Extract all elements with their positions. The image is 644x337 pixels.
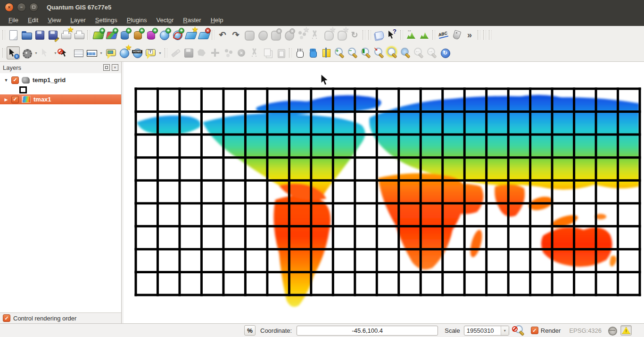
add-spatialite-layer-button[interactable]: +	[131, 28, 144, 42]
control-rendering-order-checkbox[interactable]: ✓	[3, 314, 10, 322]
merge-features-icon: ★	[296, 29, 307, 41]
render-checkbox[interactable]: ✓	[531, 327, 538, 334]
add-postgis-layer-button[interactable]: +	[118, 28, 131, 42]
open-attribute-table-icon	[73, 47, 84, 59]
touch-zoom-pan-button[interactable]	[293, 46, 306, 59]
chevron-down-icon[interactable]: ▾	[501, 326, 509, 335]
panel-float-button[interactable]	[103, 64, 110, 71]
redo-button[interactable]: ↷	[229, 28, 242, 42]
layers-panel: Layers × ▼ ✓ temp1_grid ▶ ✓ tmax1 ✓	[0, 62, 122, 323]
pan-map-button[interactable]	[306, 46, 320, 59]
menu-vector[interactable]: Vector	[151, 15, 178, 25]
text-annotation-button[interactable]: T	[144, 46, 157, 59]
split-features-button	[308, 28, 322, 42]
layer-row-temp1-grid[interactable]: ▼ ✓ temp1_grid	[0, 75, 121, 85]
add-vector-layer-button[interactable]: +	[91, 28, 105, 42]
zoom-to-layer-button[interactable]	[386, 46, 399, 59]
new-bookmark-button[interactable]: ★	[117, 46, 131, 59]
menu-help[interactable]: Help	[206, 15, 228, 25]
toolbar-overflow-button[interactable]: »	[463, 28, 476, 42]
add-ring-button	[256, 28, 269, 42]
help-contents-button[interactable]	[372, 28, 386, 42]
menu-file[interactable]: File	[4, 15, 23, 25]
window-minimize-button[interactable]: −	[17, 3, 26, 12]
scale-combobox[interactable]: 19550310 ▾	[464, 326, 509, 336]
toggle-editing-icon	[170, 47, 181, 59]
composer-manager-button[interactable]	[73, 28, 86, 42]
menu-raster[interactable]: Raster	[178, 15, 206, 25]
zoom-out-button[interactable]: −	[346, 46, 359, 59]
selection-settings-button[interactable]	[20, 46, 33, 59]
chevron-down-icon[interactable]: ▾	[33, 47, 39, 59]
map-tips-button[interactable]	[104, 46, 117, 59]
move-label-button[interactable]	[450, 28, 463, 42]
undo-button[interactable]: ↶	[216, 28, 229, 42]
zoom-in-button[interactable]: +	[333, 46, 346, 59]
window-close-button[interactable]: ×	[5, 3, 14, 12]
add-mssql-layer-button[interactable]: +	[144, 28, 157, 42]
new-project-button[interactable]	[7, 28, 20, 42]
zoom-to-selection-button[interactable]	[399, 46, 412, 59]
plus-badge-icon: +	[126, 28, 132, 34]
panel-close-button[interactable]: ×	[112, 64, 118, 71]
coordinate-input[interactable]	[297, 326, 438, 336]
open-attribute-table-button[interactable]	[72, 46, 85, 59]
zoom-full-button[interactable]	[320, 46, 333, 59]
toolbar-separator	[289, 48, 292, 58]
layer-row-tmax1[interactable]: ▶ ✓ tmax1	[0, 94, 121, 104]
expander-icon[interactable]: ▶	[4, 97, 8, 102]
add-wms-layer-button[interactable]: +	[157, 28, 171, 42]
show-bookmarks-button[interactable]: HOME	[131, 46, 144, 59]
layer-label: temp1_grid	[33, 76, 66, 84]
rotate-point-symbols-icon: ↻	[349, 29, 360, 41]
refresh-map-icon: ↻	[439, 47, 451, 59]
add-raster-layer-button[interactable]: +	[105, 28, 118, 42]
zoom-actual-size-glyph: ▮	[362, 48, 365, 53]
menu-plugins[interactable]: Plugins	[122, 15, 152, 25]
paste-features-icon	[275, 47, 287, 59]
crs-status-text: EPSG:4326	[569, 327, 602, 334]
map-canvas[interactable]	[124, 62, 644, 323]
add-wfs-layer-button[interactable]: +	[171, 28, 184, 42]
layer-visibility-checkbox[interactable]: ✓	[11, 96, 19, 103]
stop-render-button[interactable]	[514, 325, 525, 336]
refresh-map-button[interactable]: ↻	[438, 46, 452, 59]
expander-icon[interactable]: ▼	[4, 78, 8, 83]
raster-histogram-stretch-button[interactable]: ↔	[405, 28, 418, 42]
save-project-button[interactable]	[33, 28, 46, 42]
layer-visibility-checkbox[interactable]: ✓	[11, 76, 19, 84]
new-print-composer-button[interactable]: ★	[59, 28, 73, 42]
deselect-features-button[interactable]	[58, 46, 72, 59]
chevron-down-icon[interactable]: ▾	[98, 47, 104, 59]
menu-layer[interactable]: Layer	[66, 15, 91, 25]
log-messages-button[interactable]: !	[620, 325, 632, 336]
menu-view[interactable]: View	[43, 15, 66, 25]
raster-local-stretch-button[interactable]	[418, 28, 431, 42]
extents-tracking-button[interactable]: %	[244, 325, 256, 336]
remove-layer-button[interactable]: ×	[197, 28, 210, 42]
delete-selected-glyph: ×	[240, 51, 243, 56]
delete-ring-button: ×	[269, 28, 282, 42]
zoom-native-resolution-button[interactable]: ↘	[372, 46, 386, 59]
plus-badge-icon: +	[179, 28, 184, 34]
new-shapefile-layer-button[interactable]: ★	[184, 28, 197, 42]
chevron-down-icon[interactable]: ▾	[157, 47, 163, 59]
toolbar-separator	[368, 30, 371, 40]
identify-features-button[interactable]: i	[7, 46, 20, 59]
split-features-icon	[309, 29, 321, 41]
crs-globe-icon	[606, 325, 618, 336]
labeling-button[interactable]: ABC	[437, 28, 450, 42]
new-shapefile-layer-icon: ★	[185, 29, 196, 41]
menu-edit[interactable]: Edit	[23, 15, 43, 25]
crs-button[interactable]	[606, 325, 618, 336]
check-icon: ✓	[13, 77, 17, 83]
open-project-button[interactable]	[20, 28, 33, 42]
save-project-as-button[interactable]	[46, 28, 59, 42]
measure-line-button[interactable]	[85, 46, 98, 59]
layer-legend-row	[0, 85, 121, 94]
zoom-actual-size-button[interactable]: ▮	[359, 46, 372, 59]
window-maximize-button[interactable]	[29, 3, 38, 12]
menu-settings[interactable]: Settings	[91, 15, 122, 25]
grid-symbol-swatch	[19, 86, 27, 93]
whats-this-button[interactable]: ?	[386, 28, 399, 42]
